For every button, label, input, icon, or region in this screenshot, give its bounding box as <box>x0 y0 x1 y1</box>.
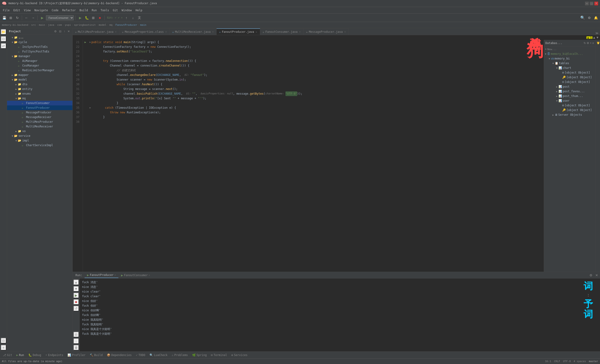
status-indent[interactable]: 4 spaces <box>573 360 586 363</box>
bc-3[interactable]: main <box>39 23 45 27</box>
tree-MultiMesProducer[interactable]: ☕ MultiMesProducer <box>7 119 72 124</box>
sidebar-collapse[interactable]: ⊟ <box>58 29 62 33</box>
save-all-button[interactable]: ⊞ <box>8 15 14 21</box>
db-more[interactable]: ≡ <box>592 41 594 45</box>
console-stop[interactable]: ■ <box>73 299 79 305</box>
bc-8[interactable]: model <box>99 23 106 27</box>
menu-file[interactable]: File <box>1 8 11 12</box>
tree-entity[interactable]: ▶ 📁 entity <box>7 87 72 91</box>
bc-9[interactable]: mq <box>109 23 112 27</box>
console-close[interactable]: ✕ <box>594 273 599 278</box>
translate-button[interactable]: 文 <box>137 15 142 21</box>
tool-endpoints[interactable]: ⚡ Endpoints <box>44 352 65 358</box>
tab-close-1[interactable]: ✕ <box>115 30 117 33</box>
commit-icon[interactable]: ⊡ <box>1 36 6 42</box>
back-button[interactable]: ← <box>24 15 29 21</box>
console-scroll[interactable]: ↓ <box>73 338 79 344</box>
menu-view[interactable]: View <box>22 8 33 12</box>
db-add[interactable]: + <box>590 41 591 45</box>
db-post-table[interactable]: ▶ 📊 post <box>544 84 595 89</box>
tool-dependencies[interactable]: 📦 Dependencies <box>105 352 134 358</box>
tool-todo[interactable]: ✓ TODO <box>134 352 147 358</box>
tree-cycle[interactable]: ▼ 📂 cycle <box>7 40 72 45</box>
sync-button[interactable]: ↻ <box>15 15 20 21</box>
notifications-button[interactable]: 🔔 <box>593 15 599 21</box>
console-settings[interactable]: ⚙ <box>589 273 593 278</box>
more-tabs-button[interactable]: ≫ <box>594 31 600 35</box>
tree-MessageReceiver[interactable]: ☕ MessageReceiver <box>7 115 72 119</box>
tool-spring[interactable]: 🌿 Spring <box>190 352 209 358</box>
settings-button[interactable]: ⚙ <box>586 15 592 21</box>
tree-CosManager[interactable]: ☕ CosManager <box>7 63 72 68</box>
bookmarks-icon[interactable]: ⊟ <box>1 338 6 343</box>
tree-mq[interactable]: ▼ 📂 mq <box>7 96 72 101</box>
tab-MessageProperties[interactable]: ☕ MessageProperties.class ✕ <box>120 28 170 35</box>
menu-tools[interactable]: Tools <box>99 8 111 12</box>
bottom-tab-FanoutProducer[interactable]: ▶ FanoutProducer ✕ <box>84 273 118 278</box>
tree-MessageProducer[interactable]: ☕ MessageProducer <box>7 110 72 115</box>
db-user-keys[interactable]: 🔑 [object Object] <box>544 108 595 112</box>
notifications-button-2[interactable]: 🔔 <box>596 41 600 46</box>
bc-11[interactable]: main <box>140 23 147 27</box>
bc-10[interactable]: FanoutProducer <box>116 23 137 27</box>
db-post-thumb-table[interactable]: ▶ 📊 post_thum... <box>544 94 595 98</box>
menu-edit[interactable]: Edit <box>11 8 22 12</box>
db-chart-indexes[interactable]: ⊡ [object Object] <box>544 80 595 84</box>
tab-FanoutConsumer[interactable]: ☕ FanoutConsumer.java ✕ <box>260 28 304 35</box>
git-pull[interactable]: ↓ <box>130 15 136 21</box>
db-schema[interactable]: ▼ 🗃 memory_bi <box>544 56 595 61</box>
db-settings[interactable]: ⚙ <box>587 41 589 45</box>
db-tables[interactable]: ▼ 📋 tables <box>544 61 595 66</box>
forward-button[interactable]: → <box>30 15 36 21</box>
close-button[interactable]: ✕ <box>594 2 598 5</box>
run-button[interactable]: ▶ <box>77 15 83 21</box>
tool-debug[interactable]: 🐛 Debug <box>27 352 43 358</box>
status-position[interactable]: 16:1 <box>545 360 551 363</box>
db-chart-columns[interactable]: ⊟ [object Object] <box>544 70 595 75</box>
db-add-new[interactable]: + New... <box>544 47 595 52</box>
tree-RedisLimiterManager[interactable]: ☕ RedisLimiterManager <box>7 68 72 73</box>
sidebar-expand[interactable]: ↑ <box>63 29 66 33</box>
tab-FanoutProducer[interactable]: ☕ FanoutProducer.java ✕ <box>216 28 260 35</box>
tab-close-5[interactable]: ✕ <box>299 30 301 33</box>
tab-close-3[interactable]: ✕ <box>212 30 214 33</box>
status-branch[interactable]: master <box>589 360 598 363</box>
tree-mapper[interactable]: ▶ 📁 mapper <box>7 73 72 77</box>
run-tab-1-close[interactable]: ✕ <box>115 273 116 276</box>
db-user-columns[interactable]: ⊟ [object Object] <box>544 103 595 108</box>
tool-run[interactable]: ▶ Run <box>15 352 26 358</box>
nav-up[interactable]: ▲ <box>592 36 596 39</box>
tree-FanoutConsumer[interactable]: ☕ FanoutConsumer <box>7 101 72 105</box>
tree-ChartServiceImpl[interactable]: ☕ ChartServiceImpl <box>7 143 72 147</box>
save-button[interactable]: 💾 <box>1 15 7 21</box>
tab-MultiMesProducer[interactable]: ☕ MultiMesProducer.java ✕ <box>73 28 120 35</box>
sidebar-settings[interactable]: ⚙ <box>53 29 57 33</box>
tool-build[interactable]: 🔨 Build <box>88 352 104 358</box>
run-config-button[interactable]: ▶ <box>39 15 45 21</box>
tool-problems[interactable]: ⚠ Problems <box>170 352 190 358</box>
status-charset[interactable]: UTF-8 <box>563 360 571 363</box>
bc-7[interactable]: springbootinit <box>74 23 96 27</box>
tree-service[interactable]: ▼ 📂 service <box>7 134 72 138</box>
console-run[interactable]: ▶ <box>73 292 79 298</box>
menu-code[interactable]: Code <box>50 8 60 12</box>
menu-refactor[interactable]: Refactor <box>60 8 78 12</box>
tree-FullSyncPostToEs[interactable]: ☕ FullSyncPostToEs <box>7 49 72 54</box>
tree-IncSyncPostToEs[interactable]: ☕ IncSyncPostToEs <box>7 45 72 49</box>
bottom-tab-FanoutConsumer[interactable]: ▶ FanoutConsumer ✕ <box>119 273 153 278</box>
tree-AiManager[interactable]: ☕ AiManager <box>7 59 72 63</box>
minimize-button[interactable]: ─ <box>585 2 589 5</box>
search-everywhere[interactable]: 🔍 <box>580 15 585 21</box>
db-chart-table[interactable]: ▼ 📊 chart <box>544 66 595 70</box>
menu-build[interactable]: Build <box>78 8 90 12</box>
tab-close-2[interactable]: ✕ <box>165 30 167 33</box>
run-tab-2-close[interactable]: ✕ <box>149 274 150 276</box>
tool-terminal[interactable]: ⊟ Terminal <box>209 352 229 358</box>
tree-manager[interactable]: ▼ 📂 manager <box>7 54 72 59</box>
tool-luacheck[interactable]: 🔍 LuaCheck <box>148 352 169 358</box>
pullrequest-icon[interactable]: ⇄ <box>1 43 6 49</box>
db-server-objects[interactable]: ▶ 🖥 Server Objects <box>544 112 595 117</box>
tree-vo[interactable]: ▶ 📁 vo <box>7 129 72 134</box>
console-up[interactable]: ▲ <box>73 279 79 285</box>
tree-enums[interactable]: ▶ 📁 enums <box>7 91 72 96</box>
